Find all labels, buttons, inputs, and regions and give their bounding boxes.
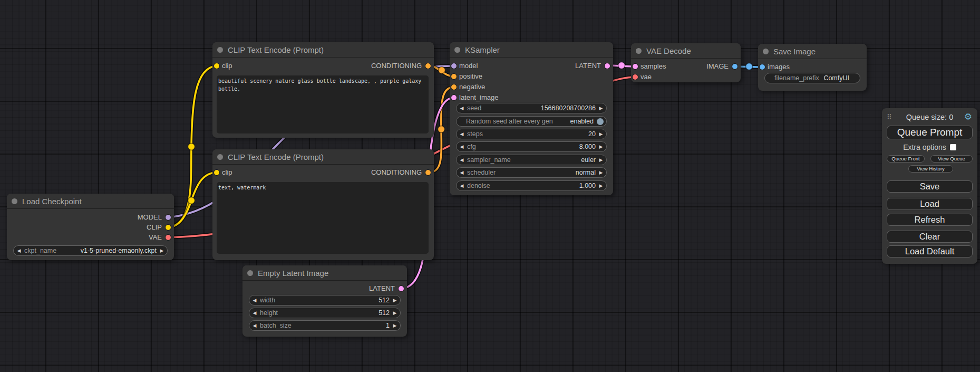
node-graph-canvas[interactable]: Load Checkpoint MODEL CLIP VAE ◀ ckpt_na… (0, 0, 980, 372)
node-empty-latent-image[interactable]: Empty Latent Image LATENT ◀ width 512 ▶ … (242, 265, 407, 337)
widget-value: normal (576, 168, 596, 177)
samples-input-port[interactable] (633, 64, 638, 69)
load-button[interactable]: Load (887, 198, 973, 210)
increment-arrow-icon[interactable]: ▶ (596, 168, 606, 177)
extra-options-checkbox[interactable] (950, 144, 956, 150)
node-ksampler[interactable]: KSampler model LATENT positive negative … (450, 42, 613, 195)
extra-options-row: Extra options (882, 143, 977, 151)
input-label: vae (641, 73, 652, 81)
widget-value: 512 (379, 308, 390, 318)
load-default-button[interactable]: Load Default (887, 245, 973, 257)
widget-sampler-name[interactable]: ◀ sampler_name euler ▶ (456, 155, 607, 165)
model-output-port[interactable] (166, 215, 171, 220)
node-header[interactable]: VAE Decode (631, 43, 741, 59)
increment-arrow-icon[interactable]: ▶ (390, 308, 400, 318)
decrement-arrow-icon[interactable]: ◀ (249, 321, 260, 330)
input-slot-vae: vae (631, 72, 652, 82)
image-output-port[interactable] (732, 64, 738, 69)
widget-scheduler[interactable]: ◀ scheduler normal ▶ (456, 167, 607, 178)
prompt-text-area[interactable]: beautiful scenery nature glass bottle la… (217, 75, 429, 133)
vae-output-port[interactable] (166, 235, 171, 240)
toggle-dot[interactable] (597, 118, 604, 125)
node-header[interactable]: CLIP Text Encode (Prompt) (212, 42, 434, 58)
decrement-arrow-icon[interactable]: ◀ (457, 181, 467, 190)
node-clip-text-encode-positive[interactable]: CLIP Text Encode (Prompt) clip CONDITION… (212, 42, 434, 138)
clip-input-port[interactable] (214, 63, 219, 69)
increment-arrow-icon[interactable]: ▶ (596, 129, 606, 139)
node-collapse-dot[interactable] (217, 154, 223, 160)
node-collapse-dot[interactable] (763, 49, 769, 54)
node-header[interactable]: Load Checkpoint (7, 194, 174, 209)
prompt-text-area[interactable]: text, watermark (217, 182, 429, 254)
increment-arrow-icon[interactable]: ▶ (596, 103, 606, 113)
images-input-port[interactable] (760, 64, 765, 70)
widget-ckpt-name[interactable]: ◀ ckpt_name v1-5-pruned-emaonly.ckpt ▶ (13, 245, 168, 256)
decrement-arrow-icon[interactable]: ◀ (457, 142, 467, 151)
decrement-arrow-icon[interactable]: ◀ (457, 103, 467, 113)
view-queue-button[interactable]: View Queue (930, 155, 973, 163)
node-header[interactable]: KSampler (450, 42, 613, 58)
output-slot-latent: LATENT (575, 61, 613, 71)
refresh-button[interactable]: Refresh (887, 214, 973, 226)
widget-steps[interactable]: ◀ steps 20 ▶ (456, 129, 607, 139)
decrement-arrow-icon[interactable]: ◀ (249, 308, 260, 318)
node-header[interactable]: CLIP Text Encode (Prompt) (212, 149, 434, 165)
node-title: Load Checkpoint (22, 197, 82, 206)
latent-output-port[interactable] (605, 63, 610, 69)
clip-input-port[interactable] (214, 170, 219, 175)
save-button[interactable]: Save (887, 180, 973, 193)
input-slot-images: images (758, 62, 790, 72)
queue-prompt-button[interactable]: Queue Prompt (887, 126, 973, 139)
widget-height[interactable]: ◀ height 512 ▶ (249, 308, 401, 318)
widget-denoise[interactable]: ◀ denoise 1.000 ▶ (456, 180, 607, 191)
clear-button[interactable]: Clear (887, 231, 973, 243)
node-collapse-dot[interactable] (636, 48, 642, 54)
widget-width[interactable]: ◀ width 512 ▶ (249, 295, 401, 306)
node-header[interactable]: Save Image (758, 44, 867, 59)
node-clip-text-encode-negative[interactable]: CLIP Text Encode (Prompt) clip CONDITION… (212, 149, 434, 260)
node-collapse-dot[interactable] (12, 198, 17, 204)
widget-cfg[interactable]: ◀ cfg 8.000 ▶ (456, 141, 607, 152)
decrement-arrow-icon[interactable]: ◀ (14, 246, 24, 255)
decrement-arrow-icon[interactable]: ◀ (457, 168, 467, 177)
decrement-arrow-icon[interactable]: ◀ (249, 295, 260, 305)
node-vae-decode[interactable]: VAE Decode samples IMAGE vae (631, 43, 741, 82)
conditioning-output-port[interactable] (425, 63, 431, 69)
decrement-arrow-icon[interactable]: ◀ (457, 129, 467, 139)
node-collapse-dot[interactable] (247, 270, 253, 276)
node-collapse-dot[interactable] (217, 47, 223, 53)
increment-arrow-icon[interactable]: ▶ (596, 181, 606, 190)
latent-output-port[interactable] (399, 286, 404, 291)
increment-arrow-icon[interactable]: ▶ (390, 321, 400, 330)
node-collapse-dot[interactable] (454, 47, 460, 53)
output-label: LATENT (369, 284, 395, 292)
increment-arrow-icon[interactable]: ▶ (157, 246, 167, 255)
node-save-image[interactable]: Save Image images filename_prefix ComfyU… (758, 44, 867, 91)
increment-arrow-icon[interactable]: ▶ (596, 142, 606, 151)
model-input-port[interactable] (451, 63, 457, 69)
output-label: VAE (149, 233, 162, 241)
positive-input-port[interactable] (451, 74, 457, 79)
conditioning-output-port[interactable] (425, 170, 431, 175)
vae-input-port[interactable] (633, 74, 638, 80)
increment-arrow-icon[interactable]: ▶ (596, 155, 606, 165)
widget-batch-size[interactable]: ◀ batch_size 1 ▶ (249, 320, 401, 331)
output-slot-conditioning: CONDITIONING (371, 61, 434, 71)
node-load-checkpoint[interactable]: Load Checkpoint MODEL CLIP VAE ◀ ckpt_na… (7, 194, 174, 260)
view-history-button[interactable]: View History (908, 165, 953, 173)
latent-image-input-port[interactable] (451, 95, 457, 100)
queue-front-button[interactable]: Queue Front (887, 155, 925, 163)
settings-gear-icon[interactable]: ⚙ (964, 112, 972, 122)
widget-value: 1.000 (579, 181, 596, 190)
widget-value: enabled (570, 117, 594, 126)
widget-random-seed-toggle[interactable]: Random seed after every gen enabled (456, 116, 607, 127)
widget-filename-prefix[interactable]: filename_prefix ComfyUI (764, 73, 860, 83)
link-midpoint-dot (188, 144, 195, 150)
node-header[interactable]: Empty Latent Image (242, 265, 407, 281)
clip-output-port[interactable] (166, 225, 171, 230)
widget-name: scheduler (467, 168, 496, 177)
widget-seed[interactable]: ◀ seed 156680208700286 ▶ (456, 103, 607, 113)
decrement-arrow-icon[interactable]: ◀ (457, 155, 467, 165)
negative-input-port[interactable] (451, 84, 457, 90)
increment-arrow-icon[interactable]: ▶ (390, 295, 400, 305)
